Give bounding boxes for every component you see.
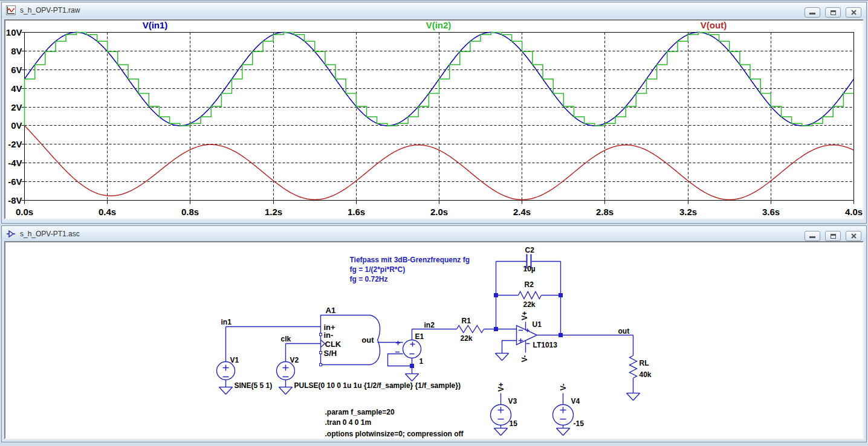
restore-button[interactable] [825, 7, 841, 18]
ref-V3: V3 [508, 397, 517, 406]
waveform-plot[interactable]: 10V8V6V4V2V0V-2V-4V-6V-8V0.0s0.4s0.8s1.2… [5, 21, 863, 218]
titlebar-asc[interactable]: s_h_OPV-PT1.asc [2, 226, 866, 241]
power-label-vminus-u1: V- [520, 355, 529, 362]
minimize-button[interactable] [805, 7, 820, 18]
x-tick-label: 3.6s [762, 207, 780, 217]
power-label-vplus-u1: V+ [520, 311, 529, 320]
value-V2: PULSE(0 10 0 1u 1u {1/2/f_sample} {1/f_s… [294, 381, 461, 390]
value-R1: 22k [461, 334, 473, 343]
x-tick-label: 2.4s [513, 207, 531, 217]
y-tick-label: -4V [8, 158, 22, 168]
restore-button-2[interactable] [825, 231, 841, 241]
pin-label-inn: in- [324, 331, 334, 340]
schematic-window-icon [6, 229, 16, 239]
y-tick-label: 10V [6, 27, 22, 37]
ref-R1: R1 [462, 317, 471, 325]
directive-line: .tran 0 4 0 1m [325, 418, 372, 427]
value-R2: 22k [523, 300, 536, 309]
x-tick-label: 1.2s [265, 207, 282, 217]
ref-C2: C2 [525, 246, 535, 254]
x-tick-label: 2.8s [596, 207, 614, 217]
x-tick-label: 2.0s [430, 207, 448, 217]
y-tick-label: 2V [11, 102, 22, 112]
y-tick-label: 6V [11, 65, 22, 75]
ref-V2: V2 [290, 356, 299, 364]
close-button-2[interactable] [846, 231, 861, 241]
schematic-canvas[interactable]: in1clkin2outA1in+in-CLKS/HoutV1SINE(5 5 … [5, 242, 863, 439]
x-tick-label: 0.0s [16, 207, 33, 217]
pin-label-sh: S/H [324, 349, 337, 358]
directive-line: .options plotwinsize=0; compression off [325, 430, 464, 438]
value-E1: 1 [419, 357, 424, 366]
window-title-raw: s_h_OPV-PT1.raw [20, 6, 80, 15]
power-label-vplus-v3: V+ [497, 383, 505, 392]
net-label-in2: in2 [424, 321, 435, 329]
net-label-clk: clk [281, 335, 291, 343]
trace-label-V(out): V(out) [701, 21, 727, 30]
value-RL: 40k [640, 370, 652, 379]
close-button[interactable] [846, 7, 861, 18]
y-tick-label: -2V [8, 139, 22, 149]
y-tick-label: 8V [11, 46, 22, 56]
x-tick-label: 1.6s [348, 207, 365, 217]
trace-label-V(in1): V(in1) [143, 21, 168, 30]
minimize-button-2[interactable] [805, 231, 820, 241]
x-tick-label: 3.2s [679, 207, 697, 217]
ref-E1: E1 [415, 332, 424, 341]
plot-pane[interactable]: 10V8V6V4V2V0V-2V-4V-6V-8V0.0s0.4s0.8s1.2… [4, 19, 864, 219]
window-waveform: s_h_OPV-PT1.raw 10V8V6V4V2V0V-2V-4V-6V-8… [1, 2, 867, 224]
ref-V4: V4 [571, 397, 580, 406]
schematic-pane[interactable]: in1clkin2outA1in+in-CLKS/HoutV1SINE(5 5 … [4, 241, 864, 439]
comment-line: fg = 1/(2*pi*R*C) [350, 265, 406, 274]
pin-label-out: out [361, 335, 374, 344]
x-tick-label: 0.4s [99, 207, 116, 217]
y-tick-label: 4V [11, 83, 22, 94]
ref-R2: R2 [525, 280, 534, 289]
y-tick-label: -8V [8, 195, 22, 205]
ref-RL: RL [640, 359, 649, 367]
directive-line: .param f_sample=20 [325, 408, 395, 416]
value-V3: 15 [510, 419, 518, 428]
x-tick-label: 4.0s [845, 207, 863, 217]
value-V1: SINE(5 5 1) [235, 381, 273, 390]
titlebar-raw[interactable]: s_h_OPV-PT1.raw [2, 2, 866, 18]
value-C2: 10µ [523, 265, 536, 273]
comment-line: Tiefpass mit 3dB-Grenzfrequenz fg [350, 256, 470, 264]
value-V4: -15 [574, 419, 585, 428]
ref-U1: U1 [533, 320, 542, 329]
waveform-window-icon [6, 5, 16, 15]
trace-label-V(in2): V(in2) [426, 21, 452, 30]
net-label-out: out [618, 327, 630, 335]
comment-line: fg = 0.72Hz [350, 275, 388, 283]
pin-label-clk: CLK [325, 340, 342, 349]
window-title-asc: s_h_OPV-PT1.asc [20, 230, 80, 238]
ref-A1: A1 [326, 306, 336, 315]
power-label-vminus-v4: V- [559, 384, 568, 390]
x-tick-label: 0.8s [181, 207, 199, 217]
window-schematic: s_h_OPV-PT1.asc in1clkin2outA1in+in-CLKS… [1, 225, 867, 442]
value-U1: LT1013 [533, 341, 558, 349]
y-tick-label: 0V [11, 120, 22, 131]
y-tick-label: -6V [8, 176, 22, 187]
net-label-in1: in1 [221, 318, 232, 326]
ref-V1: V1 [230, 356, 239, 364]
